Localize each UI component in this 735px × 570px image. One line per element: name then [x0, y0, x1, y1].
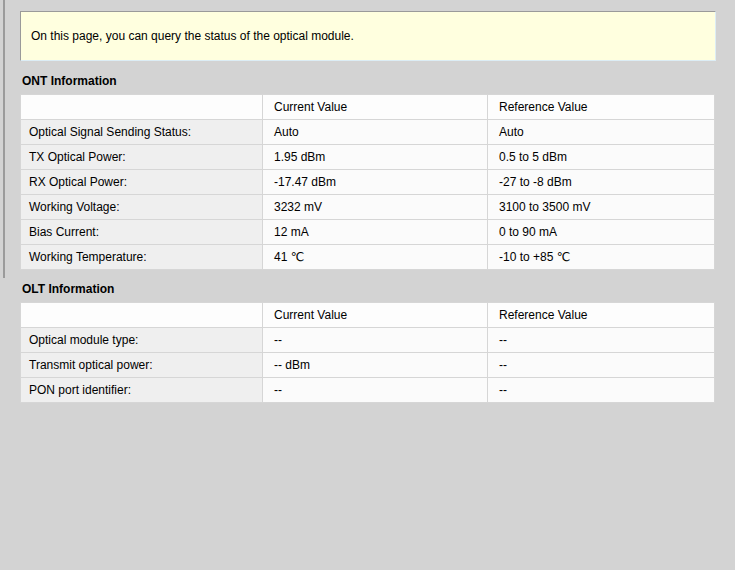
row-label: RX Optical Power:: [21, 170, 263, 195]
row-label: Bias Current:: [21, 220, 263, 245]
ont-information-title: ONT Information: [22, 74, 716, 88]
table-row: Optical module type: -- --: [21, 328, 715, 353]
reference-value-cell: 0.5 to 5 dBm: [488, 145, 715, 170]
current-value-cell: -- dBm: [263, 353, 488, 378]
current-value-cell: 3232 mV: [263, 195, 488, 220]
row-label: Optical Signal Sending Status:: [21, 120, 263, 145]
current-value-cell: 12 mA: [263, 220, 488, 245]
row-label: TX Optical Power:: [21, 145, 263, 170]
left-frame-divider: [3, 0, 5, 278]
reference-value-cell: --: [488, 353, 715, 378]
table-row: Optical Signal Sending Status: Auto Auto: [21, 120, 715, 145]
optical-module-status-page: On this page, you can query the status o…: [20, 11, 716, 403]
reference-value-column-header: Reference Value: [488, 303, 715, 328]
info-banner: On this page, you can query the status o…: [20, 11, 716, 61]
info-banner-text: On this page, you can query the status o…: [31, 29, 354, 43]
olt-information-title: OLT Information: [22, 282, 716, 296]
empty-header-cell: [21, 303, 263, 328]
row-label: PON port identifier:: [21, 378, 263, 403]
ont-information-table: Current Value Reference Value Optical Si…: [20, 94, 715, 270]
current-value-cell: --: [263, 378, 488, 403]
table-row: Working Voltage: 3232 mV 3100 to 3500 mV: [21, 195, 715, 220]
reference-value-cell: --: [488, 378, 715, 403]
current-value-cell: Auto: [263, 120, 488, 145]
ont-table-header-row: Current Value Reference Value: [21, 95, 715, 120]
empty-header-cell: [21, 95, 263, 120]
table-row: TX Optical Power: 1.95 dBm 0.5 to 5 dBm: [21, 145, 715, 170]
table-row: Transmit optical power: -- dBm --: [21, 353, 715, 378]
table-row: RX Optical Power: -17.47 dBm -27 to -8 d…: [21, 170, 715, 195]
current-value-column-header: Current Value: [263, 95, 488, 120]
table-row: PON port identifier: -- --: [21, 378, 715, 403]
olt-table-header-row: Current Value Reference Value: [21, 303, 715, 328]
row-label: Optical module type:: [21, 328, 263, 353]
reference-value-cell: 0 to 90 mA: [488, 220, 715, 245]
row-label: Transmit optical power:: [21, 353, 263, 378]
olt-information-table: Current Value Reference Value Optical mo…: [20, 302, 715, 403]
current-value-cell: --: [263, 328, 488, 353]
current-value-cell: 41 ℃: [263, 245, 488, 270]
current-value-cell: -17.47 dBm: [263, 170, 488, 195]
table-row: Working Temperature: 41 ℃ -10 to +85 ℃: [21, 245, 715, 270]
row-label: Working Temperature:: [21, 245, 263, 270]
reference-value-cell: -27 to -8 dBm: [488, 170, 715, 195]
reference-value-cell: Auto: [488, 120, 715, 145]
current-value-cell: 1.95 dBm: [263, 145, 488, 170]
current-value-column-header: Current Value: [263, 303, 488, 328]
reference-value-cell: -10 to +85 ℃: [488, 245, 715, 270]
table-row: Bias Current: 12 mA 0 to 90 mA: [21, 220, 715, 245]
row-label: Working Voltage:: [21, 195, 263, 220]
reference-value-column-header: Reference Value: [488, 95, 715, 120]
reference-value-cell: --: [488, 328, 715, 353]
reference-value-cell: 3100 to 3500 mV: [488, 195, 715, 220]
